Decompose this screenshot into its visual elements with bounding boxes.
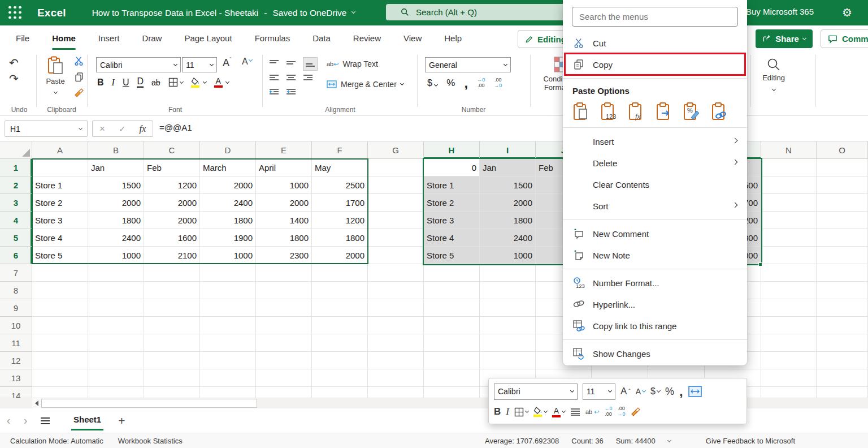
mini-decrease-decimal-button[interactable]: ←0.00 [604,406,612,417]
settings-gear-icon[interactable]: ⚙ [842,6,852,19]
sheet-list-menu-icon[interactable] [41,417,50,419]
add-sheet-button[interactable]: + [118,414,125,428]
mini-comma-button[interactable]: , [679,389,683,394]
column-header-I[interactable]: I [480,141,536,159]
cell-N11[interactable] [761,334,817,352]
undo-button[interactable]: ↶ [9,57,19,68]
menu-item-copy[interactable]: Copy [563,54,747,75]
cell-A1[interactable] [32,159,88,176]
row-header-3[interactable]: 3 [0,194,32,212]
menu-item-delete[interactable]: Delete [563,152,747,174]
cell-C2[interactable]: 1200 [144,176,200,194]
cell-F1[interactable]: May [312,159,368,176]
cell-N4[interactable] [761,212,817,229]
cell-B8[interactable] [88,282,144,299]
cell-C8[interactable] [144,282,200,299]
menu-tab-review[interactable]: Review [342,25,392,51]
cell-I9[interactable] [480,299,536,317]
cell-E5[interactable]: 1800 [256,229,312,247]
cell-O3[interactable] [817,194,868,212]
column-header-D[interactable]: D [200,141,256,159]
cell-A11[interactable] [32,334,88,352]
cell-O5[interactable] [817,229,868,247]
cell-F10[interactable] [312,317,368,334]
cell-C9[interactable] [144,299,200,317]
cell-H3[interactable]: Store 2 [424,194,480,212]
menu-tab-draw[interactable]: Draw [131,25,173,51]
status-count[interactable]: Count: 36 [571,437,603,445]
cell-B6[interactable]: 1000 [88,247,144,264]
cell-D9[interactable] [200,299,256,317]
mini-font-size-select[interactable]: 11 [583,384,615,400]
cell-D7[interactable] [200,264,256,282]
column-header-E[interactable]: E [256,141,312,159]
align-bottom-button[interactable] [303,57,318,71]
menu-tab-view[interactable]: View [392,25,433,51]
cell-E10[interactable] [256,317,312,334]
cell-F6[interactable]: 2000 [312,247,368,264]
cell-F4[interactable]: 1200 [312,212,368,229]
cell-G10[interactable] [368,317,424,334]
cell-B2[interactable]: 1500 [88,176,144,194]
cell-F5[interactable]: 1800 [312,229,368,247]
menu-tab-home[interactable]: Home [41,25,87,51]
menu-tab-help[interactable]: Help [433,25,473,51]
paste-option-formulas[interactable]: fx [627,101,647,122]
paste-option-transpose[interactable] [654,101,675,122]
cancel-button[interactable]: × [99,123,105,135]
name-box[interactable]: H1 [5,120,88,137]
cell-A5[interactable]: Store 4 [32,229,88,247]
cell-A8[interactable] [32,282,88,299]
mini-format-painter-button[interactable] [630,407,641,417]
cell-G2[interactable] [368,176,424,194]
cell-A3[interactable]: Store 2 [32,194,88,212]
cell-O1[interactable] [817,159,868,176]
cell-E3[interactable]: 2000 [256,194,312,212]
cell-N2[interactable] [761,176,817,194]
cell-C5[interactable]: 1600 [144,229,200,247]
row-header-4[interactable]: 4 [0,212,32,229]
cell-B4[interactable]: 1800 [88,212,144,229]
cell-O13[interactable] [817,369,868,387]
cell-H14[interactable] [424,387,480,398]
double-underline-button[interactable]: D [137,77,144,88]
grow-font-button[interactable]: Aˆ [223,57,232,69]
mini-font-color-button[interactable]: A [552,407,565,417]
cell-D6[interactable]: 1000 [200,247,256,264]
cell-G14[interactable] [368,387,424,398]
cell-H9[interactable] [424,299,480,317]
cell-D3[interactable]: 2400 [200,194,256,212]
cell-D8[interactable] [200,282,256,299]
cell-G12[interactable] [368,352,424,369]
italic-button[interactable]: I [112,77,115,88]
cell-E8[interactable] [256,282,312,299]
cell-O4[interactable] [817,212,868,229]
currency-button[interactable]: $ [427,78,437,88]
cell-N13[interactable] [761,369,817,387]
cell-N7[interactable] [761,264,817,282]
comma-button[interactable]: , [464,80,468,87]
cell-G7[interactable] [368,264,424,282]
cell-I10[interactable] [480,317,536,334]
mini-borders-button[interactable] [514,407,528,417]
cell-E13[interactable] [256,369,312,387]
chevron-down-icon[interactable] [667,438,671,442]
row-header-1[interactable]: 1 [0,159,32,176]
cell-C14[interactable] [144,387,200,398]
cell-E7[interactable] [256,264,312,282]
cell-D12[interactable] [200,352,256,369]
menu-tab-page-layout[interactable]: Page Layout [173,25,243,51]
cell-E12[interactable] [256,352,312,369]
cell-O7[interactable] [817,264,868,282]
align-center-button[interactable] [286,74,303,84]
cell-C13[interactable] [144,369,200,387]
cell-F7[interactable] [312,264,368,282]
borders-button[interactable] [168,77,183,87]
cell-D14[interactable] [200,387,256,398]
app-launcher-waffle-icon[interactable] [8,6,23,20]
cell-B3[interactable]: 2000 [88,194,144,212]
cell-E2[interactable]: 1000 [256,176,312,194]
cell-N9[interactable] [761,299,817,317]
row-header-13[interactable]: 13 [0,369,32,387]
cell-B7[interactable] [88,264,144,282]
